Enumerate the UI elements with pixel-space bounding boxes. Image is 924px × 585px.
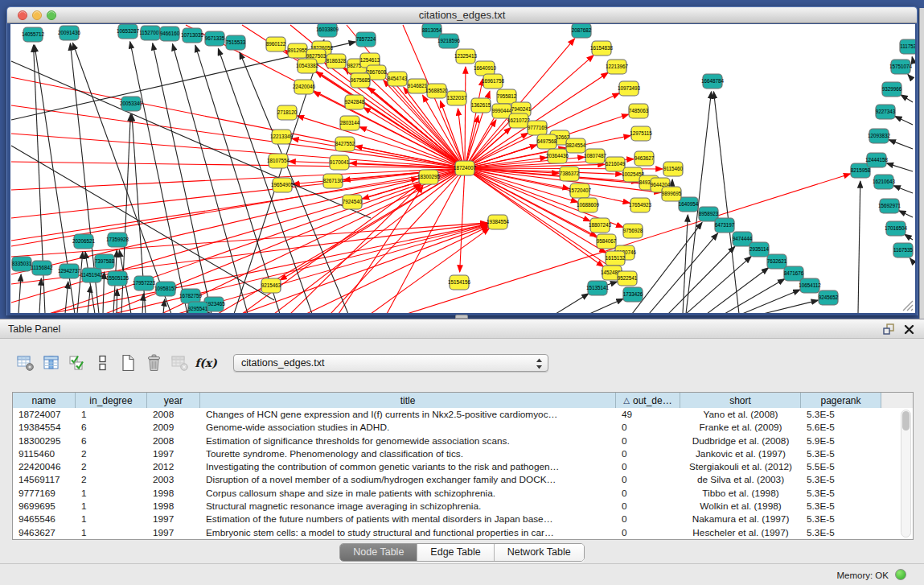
graph-node[interactable]: 15505135 [106,271,129,286]
graph-edge[interactable] [178,225,488,313]
table-cell[interactable]: Corpus callosum shape and size in male p… [200,487,616,500]
table-cell[interactable]: Nakamura et al. (1997) [680,513,801,525]
table-cell[interactable]: 5.3E-5 [801,513,881,525]
graph-node[interactable]: 10713035 [181,28,204,43]
graph-node[interactable]: 7857224 [356,32,376,47]
graph-node[interactable]: 9675685 [351,73,371,88]
table-cell[interactable]: 5.6E-5 [801,421,881,434]
graph-node[interactable]: 8427552 [335,137,355,151]
graph-edge[interactable] [589,299,623,313]
graph-node[interactable]: 12093832 [868,129,891,143]
graph-node[interactable]: 16210643 [873,175,896,189]
table-cell[interactable]: 2009 [147,421,200,434]
graph-edge[interactable] [912,57,913,60]
table-cell[interactable]: 14569117 [13,473,76,486]
table-cell[interactable]: 0 [616,487,680,500]
graph-node[interactable]: 15154156 [448,275,471,290]
table-cell[interactable]: Hescheler et al. (1997) [680,526,801,539]
graph-node[interactable]: 11156842 [31,261,53,275]
graph-edge[interactable] [113,225,487,313]
graph-edge[interactable] [910,258,913,262]
graph-node[interactable]: 9466160 [160,27,180,41]
table-cell[interactable]: Stergiakouli et al. (2012) [680,460,801,473]
graph-edge[interactable] [901,95,913,102]
table-mode-icon[interactable] [16,352,35,373]
table-row[interactable]: 946554611997Estimation of the future num… [13,513,913,525]
graph-edge[interactable] [683,215,688,313]
table-cell[interactable]: 9699695 [13,500,76,513]
table-row[interactable]: 911546021997Tourette syndrome. Phenomeno… [13,447,913,460]
graph-edge[interactable] [39,278,41,313]
table-cell[interactable]: 19384554 [13,421,76,434]
graph-node[interactable]: 6497568 [537,134,557,149]
delete-rows-icon[interactable] [145,352,164,373]
graph-edge[interactable] [274,168,465,313]
graph-edge[interactable] [242,183,421,313]
graph-node[interactable]: 16154838 [590,41,614,56]
table-cell[interactable]: 5.3E-5 [801,473,881,486]
graph-edge[interactable] [195,45,280,313]
table-cell[interactable]: 1997 [147,513,200,525]
graph-node[interactable]: 22420046 [293,80,316,94]
graph-node[interactable]: 11527007 [139,26,162,40]
graph-node[interactable]: 12213349 [270,130,294,144]
column-header-short[interactable]: short [680,393,801,408]
tab-node-table[interactable]: Node Table [340,544,417,561]
graph-edge[interactable] [905,234,913,240]
table-cell[interactable]: 2008 [147,408,200,421]
graph-node[interactable]: 12444158 [865,153,889,167]
function-builder-icon[interactable]: f(x) [196,352,216,373]
table-cell[interactable]: 1 [76,500,147,513]
table-cell[interactable]: Changes of HCN gene expression and I(f) … [200,408,616,421]
new-table-icon[interactable] [119,352,138,373]
graph-node[interactable]: 18300295 [417,170,441,184]
graph-node[interactable]: 9522541 [618,271,638,286]
graph-edge[interactable] [153,43,211,313]
graph-edge[interactable] [371,229,489,313]
graph-node[interactable]: 19218596 [437,34,461,48]
tab-network-table[interactable]: Network Table [495,544,584,561]
graph-node[interactable]: 20053340 [120,97,143,111]
graph-node[interactable]: 7955812 [497,89,517,104]
graph-node[interactable]: 1640954 [679,197,699,212]
graph-node[interactable]: 8186328 [326,54,347,68]
table-cell[interactable]: 2008 [147,435,200,447]
graph-node[interactable]: 9295541 [188,302,208,313]
graph-edge[interactable] [11,168,465,218]
table-cell[interactable]: Disruption of a novel member of a sodium… [200,473,616,486]
network-window[interactable]: citations_edges.txt 18724007140557122009… [6,6,918,315]
graph-edge[interactable] [465,67,466,168]
graph-edge[interactable] [297,116,465,168]
table-scrollbar-thumb[interactable] [902,411,910,431]
graph-node[interactable]: 15720407 [569,183,592,198]
table-cell[interactable]: Genome-wide association studies in ADHD. [200,421,616,434]
graph-node[interactable]: 9215463 [261,278,281,293]
graph-node[interactable]: 9756928 [623,224,643,238]
graph-node[interactable]: 12975115 [630,126,652,141]
graph-node[interactable]: 7397588 [95,254,115,269]
graph-node[interactable]: 20091436 [58,26,81,40]
graph-node[interactable]: 15751074 [889,60,913,74]
column-header-title[interactable]: title [200,393,616,408]
graph-node[interactable]: 19384554 [487,215,510,229]
graph-node[interactable]: 12942737 [58,264,81,278]
network-graph[interactable]: 1872400714055712200914361065328711527007… [10,24,915,313]
graph-node[interactable]: 9671335 [205,31,225,46]
graph-edge[interactable] [895,117,913,125]
graph-node[interactable]: 10543382 [296,59,319,73]
table-cell[interactable]: Investigating the contribution of common… [200,460,616,473]
table-cell[interactable]: 1997 [147,447,200,460]
table-cell[interactable]: 0 [616,526,680,539]
graph-node[interactable]: 9115460 [663,162,684,176]
column-header-pagerank[interactable]: pagerank [801,393,881,408]
graph-edge[interactable] [908,74,913,80]
graph-node[interactable]: 16961758 [482,74,505,89]
graph-node[interactable]: 9777169 [528,121,548,135]
graph-node[interactable]: 1167535 [893,243,914,257]
table-cell[interactable]: Embryonic stem cells: a model to study s… [200,526,616,539]
table-cell[interactable]: 49 [616,408,680,421]
table-cell[interactable]: 5.9E-5 [801,435,881,447]
table-cell[interactable]: 5.5E-5 [801,460,881,473]
table-cell[interactable]: 9463627 [13,526,76,539]
tab-edge-table[interactable]: Edge Table [417,544,494,561]
